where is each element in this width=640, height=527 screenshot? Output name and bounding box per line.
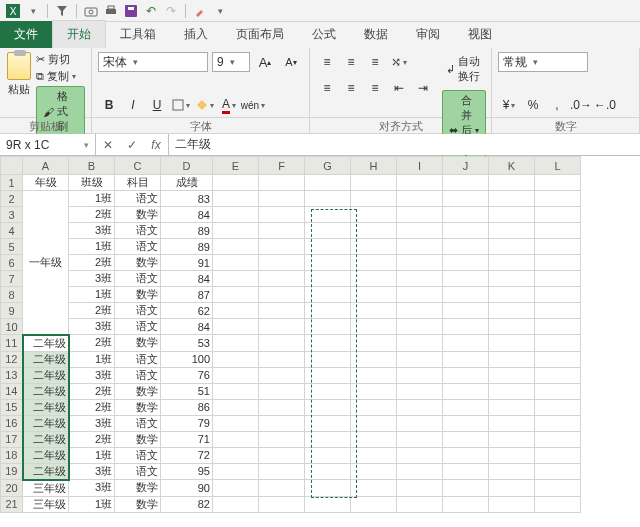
- tab-home[interactable]: 开始: [52, 20, 106, 48]
- cell[interactable]: [305, 383, 351, 399]
- cell[interactable]: [443, 303, 489, 319]
- tab-data[interactable]: 数据: [350, 21, 402, 48]
- row-header[interactable]: 14: [1, 383, 23, 399]
- orientation-icon[interactable]: ⤭: [388, 52, 410, 72]
- cell[interactable]: 89: [161, 239, 213, 255]
- cell[interactable]: [489, 351, 535, 367]
- align-center-icon[interactable]: ≡: [340, 78, 362, 98]
- cell[interactable]: [259, 496, 305, 512]
- cell[interactable]: [397, 255, 443, 271]
- cell[interactable]: 二年级: [23, 383, 69, 399]
- cell[interactable]: [351, 463, 397, 480]
- cell[interactable]: 84: [161, 271, 213, 287]
- name-box[interactable]: 9R x 1C▾: [0, 134, 96, 155]
- formula-input[interactable]: 二年级: [169, 134, 640, 155]
- cell[interactable]: [305, 480, 351, 497]
- cell[interactable]: [535, 271, 581, 287]
- cell[interactable]: [535, 463, 581, 480]
- row-header[interactable]: 15: [1, 399, 23, 415]
- cell[interactable]: [259, 367, 305, 383]
- cell[interactable]: [305, 447, 351, 463]
- cell[interactable]: 语文: [115, 351, 161, 367]
- col-header-K[interactable]: K: [489, 157, 535, 175]
- border-button[interactable]: [170, 95, 192, 115]
- cell[interactable]: [351, 512, 397, 513]
- cell[interactable]: 2班: [69, 399, 115, 415]
- align-bottom-icon[interactable]: ≡: [364, 52, 386, 72]
- cell[interactable]: [489, 207, 535, 223]
- cell[interactable]: 53: [161, 335, 213, 352]
- cell[interactable]: [489, 399, 535, 415]
- camera-icon[interactable]: [82, 2, 100, 20]
- cell[interactable]: [489, 191, 535, 207]
- print-icon[interactable]: [102, 2, 120, 20]
- cell[interactable]: 87: [161, 287, 213, 303]
- cell[interactable]: [535, 480, 581, 497]
- cell[interactable]: 语文: [115, 415, 161, 431]
- cell[interactable]: [305, 223, 351, 239]
- col-header-C[interactable]: C: [115, 157, 161, 175]
- tab-file[interactable]: 文件: [0, 21, 52, 48]
- cell[interactable]: [213, 496, 259, 512]
- cell[interactable]: [535, 383, 581, 399]
- cell[interactable]: [397, 399, 443, 415]
- cell[interactable]: [489, 255, 535, 271]
- sheet-grid[interactable]: ABCDEFGHIJKL1年级班级科目成绩2一年级1班语文8332班数学8443…: [0, 156, 640, 513]
- cell[interactable]: [397, 287, 443, 303]
- cell[interactable]: [213, 383, 259, 399]
- cell[interactable]: 数学: [115, 207, 161, 223]
- cell[interactable]: 数学: [115, 480, 161, 497]
- cell[interactable]: 数学: [115, 399, 161, 415]
- cell[interactable]: 95: [161, 463, 213, 480]
- cell[interactable]: 79: [161, 415, 213, 431]
- cell[interactable]: [443, 463, 489, 480]
- cell[interactable]: [397, 207, 443, 223]
- cell[interactable]: [259, 480, 305, 497]
- cell[interactable]: 86: [161, 399, 213, 415]
- font-name-combo[interactable]: 宋体▾: [98, 52, 208, 72]
- cell[interactable]: [535, 191, 581, 207]
- cell[interactable]: [213, 447, 259, 463]
- cell[interactable]: 3班: [69, 367, 115, 383]
- cut-button[interactable]: ✂剪切: [36, 52, 85, 67]
- cell[interactable]: 90: [161, 480, 213, 497]
- cell[interactable]: 科目: [115, 175, 161, 191]
- cell[interactable]: [259, 463, 305, 480]
- cell[interactable]: [489, 431, 535, 447]
- number-format-combo[interactable]: 常规▾: [498, 52, 588, 72]
- cell[interactable]: [305, 415, 351, 431]
- cell[interactable]: [351, 175, 397, 191]
- cell[interactable]: [259, 415, 305, 431]
- cell[interactable]: 1班: [69, 287, 115, 303]
- cell[interactable]: [397, 431, 443, 447]
- cell[interactable]: 数学: [115, 335, 161, 352]
- col-header-G[interactable]: G: [305, 157, 351, 175]
- cell[interactable]: [213, 207, 259, 223]
- cell[interactable]: 72: [161, 447, 213, 463]
- cell[interactable]: [259, 191, 305, 207]
- cell[interactable]: 二年级: [23, 415, 69, 431]
- cell[interactable]: [535, 335, 581, 352]
- cell[interactable]: [489, 463, 535, 480]
- brush-icon[interactable]: [191, 2, 209, 20]
- tab-insert[interactable]: 插入: [170, 21, 222, 48]
- cell[interactable]: [351, 496, 397, 512]
- cell[interactable]: [489, 480, 535, 497]
- cell[interactable]: [213, 303, 259, 319]
- cell[interactable]: 91: [161, 255, 213, 271]
- cell[interactable]: [535, 399, 581, 415]
- cell[interactable]: [259, 287, 305, 303]
- cell[interactable]: 二年级: [23, 367, 69, 383]
- cell[interactable]: [305, 287, 351, 303]
- cell[interactable]: 2班: [69, 303, 115, 319]
- cell-merged[interactable]: 一年级: [23, 191, 69, 335]
- cell[interactable]: 二年级: [23, 351, 69, 367]
- cell[interactable]: [305, 351, 351, 367]
- cell[interactable]: 数学: [115, 255, 161, 271]
- cell[interactable]: [351, 399, 397, 415]
- cell[interactable]: 84: [161, 319, 213, 335]
- cell[interactable]: [397, 496, 443, 512]
- cell[interactable]: [351, 239, 397, 255]
- cell[interactable]: [351, 335, 397, 352]
- cell[interactable]: [535, 415, 581, 431]
